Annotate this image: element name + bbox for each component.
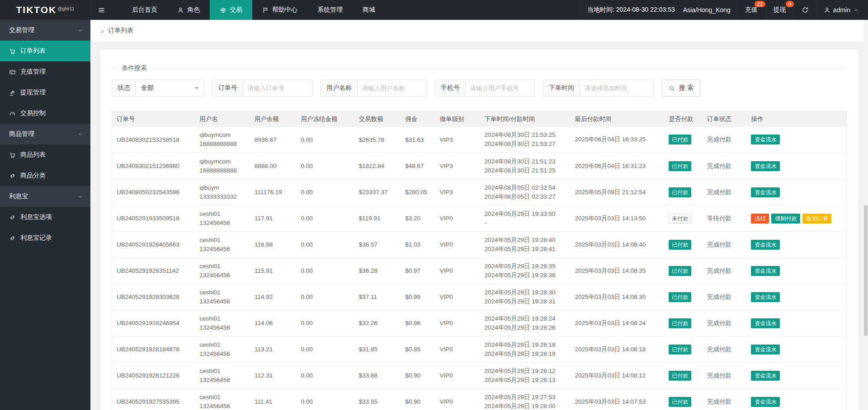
order-time-text: 2024年05月29日 19:28:12 xyxy=(485,367,566,376)
top-menu-home[interactable]: 后台首页 xyxy=(122,0,167,20)
refresh-button[interactable] xyxy=(794,0,816,20)
order-time-text: 2024年08月30日 21:53:25 xyxy=(485,130,566,140)
search-button-label: 搜 索 xyxy=(679,84,693,92)
content-area: 条件搜索 状态全部订单号用户名称手机号下单时间搜 索 订单号用户名用户余额用户冻… xyxy=(90,42,868,410)
sidebar-item-lixibao-records[interactable]: 利息宝记录 xyxy=(0,228,90,248)
funds-flow-button[interactable]: 资金流水 xyxy=(751,187,780,197)
flag-icon xyxy=(262,7,269,14)
withdraw-button[interactable]: 提现 0 xyxy=(765,0,794,20)
freeze-button[interactable]: 冻结 xyxy=(751,214,769,224)
username-cell: ceshi01132456456 xyxy=(195,205,250,232)
sidebar-group-trade-mgmt[interactable]: 交易管理 xyxy=(0,20,90,41)
filter-group-phone: 手机号 xyxy=(435,79,535,97)
balance-cell: 111.41 xyxy=(250,389,296,410)
username-text: qibuym xyxy=(199,183,245,192)
commission-cell: $3.20 xyxy=(401,205,435,232)
frozen-amount-cell: 0.00 xyxy=(296,127,354,153)
trade-amount-cell: $33.55 xyxy=(354,389,401,410)
chevron-down-icon xyxy=(77,28,83,33)
sidebar-item-goods-category[interactable]: 商品分类 xyxy=(0,165,90,186)
top-menu-roles[interactable]: 角色 xyxy=(167,0,210,20)
order-status-cell: 完成付款 xyxy=(703,232,747,258)
username-cell: ceshi01132456456 xyxy=(195,284,250,310)
funds-flow-button[interactable]: 资金流水 xyxy=(751,161,780,171)
top-menu-system[interactable]: 系统管理 xyxy=(307,0,353,20)
balance-cell: 114.06 xyxy=(250,310,296,336)
funds-flow-button[interactable]: 资金流水 xyxy=(751,135,780,144)
local-time: 当地时间: 2024-08-30 22:03:53 xyxy=(582,6,680,14)
pay-time-text: - xyxy=(485,219,566,228)
settle-time-cell: 2025年03月03日 14:08:30 xyxy=(570,284,664,310)
frozen-amount-cell: 0.00 xyxy=(296,153,354,179)
top-menu-trade[interactable]: 交易 xyxy=(210,0,252,20)
sidebar-item-order-list[interactable]: 订单列表 xyxy=(0,41,90,61)
phone-input[interactable] xyxy=(466,80,534,96)
sidebar-group-goods-mgmt[interactable]: 商品管理 xyxy=(0,124,90,144)
sidebar-item-recharge-mgmt[interactable]: 充值管理 xyxy=(0,61,90,82)
funds-flow-button[interactable]: 资金流水 xyxy=(751,371,780,381)
paid-cell: 已付款 xyxy=(664,389,703,410)
order-row: UB2408302151236980qibuymcom1688888888888… xyxy=(112,153,847,179)
balance-cell: 112.31 xyxy=(250,363,296,389)
order-pay-time-cell: 2024年05月29日 19:28:122024年05月29日 19:28:13 xyxy=(480,363,571,389)
username-cell: ceshi01132456456 xyxy=(195,232,250,258)
order-row: UB2405291928121226ceshi01132456456112.31… xyxy=(112,363,847,389)
top-menu-help-center[interactable]: 帮助中心 xyxy=(252,0,307,20)
breadcrumb-caret-icon: » xyxy=(100,27,104,35)
settle-time-cell: 2025年03月03日 14:08:24 xyxy=(570,310,664,336)
trade-amount-cell: $119.91 xyxy=(354,205,401,232)
filter-group-order-no: 订单号 xyxy=(212,79,312,97)
username-text: qibuymcom xyxy=(199,130,245,140)
order-no-input[interactable] xyxy=(243,80,312,96)
recharge-button[interactable]: 充值 22 xyxy=(737,0,765,20)
funds-flow-button[interactable]: 资金流水 xyxy=(751,318,780,328)
trade-amount-cell: $33.68 xyxy=(354,363,401,389)
top-menu-mall[interactable]: 商城 xyxy=(353,0,385,20)
order-row: UB2405291927535395ceshi01132456456111.41… xyxy=(112,389,847,410)
order-row: UB2408302153258518qibuymcom1688888888889… xyxy=(112,127,847,153)
frozen-amount-cell: 0.00 xyxy=(296,363,354,389)
username-cell: ceshi01132456456 xyxy=(195,363,250,389)
username-input[interactable] xyxy=(358,80,426,96)
brand-handle: @ghir11 xyxy=(57,6,74,11)
sidebar-item-label: 充值管理 xyxy=(20,68,46,76)
column-header-amount: 交易数额 xyxy=(354,112,401,127)
funds-flow-button[interactable]: 资金流水 xyxy=(751,292,780,302)
force-pay-button[interactable]: 强制付款 xyxy=(771,214,800,224)
cancel-order-button[interactable]: 取消订单 xyxy=(802,214,831,224)
search-button[interactable]: 搜 索 xyxy=(662,79,700,97)
user-menu[interactable]: admin xyxy=(816,0,863,20)
funds-flow-button[interactable]: 资金流水 xyxy=(751,345,780,354)
order-row: UB2408050232543596qibuym1333333333211117… xyxy=(112,179,847,205)
pay-time-text: 2024年08月05日 02:33:27 xyxy=(485,192,566,201)
sidebar-toggle-button[interactable] xyxy=(90,0,112,20)
sidebar-item-withdraw-mgmt[interactable]: 提现管理 xyxy=(0,82,90,103)
sidebar-item-lixibao-options[interactable]: 利息宝选项 xyxy=(0,207,90,228)
actions-cell: 资金流水 xyxy=(746,153,846,179)
page-scrollbar[interactable] xyxy=(863,20,868,410)
order-pay-time-cell: 2024年05月29日 19:28:352024年05月29日 19:28:36 xyxy=(480,258,571,284)
sidebar-group-label: 利息宝 xyxy=(9,192,28,200)
scrollbar-thumb[interactable] xyxy=(864,205,868,336)
sidebar-item-goods-list[interactable]: 商品列表 xyxy=(0,144,90,165)
funds-flow-button[interactable]: 资金流水 xyxy=(751,240,780,250)
sidebar-item-trade-control[interactable]: 交易控制 xyxy=(0,103,90,124)
status-select[interactable]: 全部 xyxy=(136,80,204,96)
vip-level-cell: VIP3 xyxy=(435,153,480,179)
trade-amount-cell: $2635.78 xyxy=(354,127,401,153)
frozen-amount-cell: 0.00 xyxy=(296,310,354,336)
sidebar-group-lixibao[interactable]: 利息宝 xyxy=(0,186,90,207)
user-phone-text: 132456456 xyxy=(199,349,245,359)
funds-flow-button[interactable]: 资金流水 xyxy=(751,397,780,407)
trade-amount-cell: $31.85 xyxy=(354,336,401,363)
vip-level-cell: VIP0 xyxy=(435,363,480,389)
order-pay-time-cell: 2024年08月30日 21:51:232024年08月30日 21:51:25 xyxy=(480,153,571,179)
filter-label-username: 用户名称 xyxy=(321,80,358,96)
order-time-input[interactable] xyxy=(580,80,653,96)
column-header-status: 订单状态 xyxy=(703,112,747,127)
sidebar-item-label: 提现管理 xyxy=(20,89,46,97)
funds-flow-button[interactable]: 资金流水 xyxy=(751,266,780,276)
commission-cell: $1.03 xyxy=(401,232,435,258)
timezone: Asia/Hong_Kong xyxy=(680,6,737,14)
order-pay-time-cell: 2024年05月29日 19:28:402024年05月29日 19:28:41 xyxy=(480,232,571,258)
